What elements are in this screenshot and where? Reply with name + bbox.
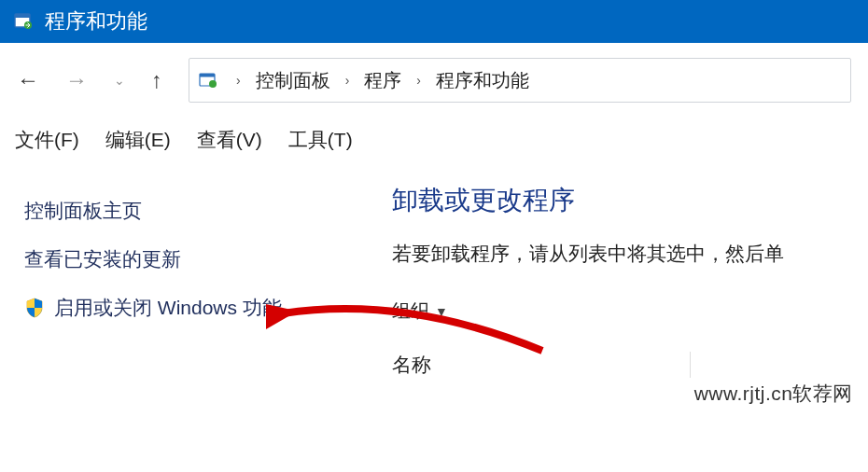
up-button[interactable]: ↑ [151,67,162,93]
svg-point-5 [209,80,217,88]
breadcrumb-item[interactable]: 程序和功能 [436,68,529,93]
svg-rect-4 [200,74,215,77]
sidebar-item-label: 控制面板主页 [24,198,142,224]
menu-tools[interactable]: 工具(T) [288,127,353,153]
nav-arrows: ← → ⌄ ↑ [17,67,162,93]
recent-dropdown[interactable]: ⌄ [114,73,125,88]
watermark: www.rjtj.cn软荐网 [694,381,853,407]
menubar: 文件(F) 编辑(E) 查看(V) 工具(T) [0,118,868,162]
breadcrumb[interactable]: › 控制面板 › 程序 › 程序和功能 [189,58,851,103]
menu-file[interactable]: 文件(F) [15,127,79,153]
sidebar-item-control-panel-home[interactable]: 控制面板主页 [24,187,368,235]
back-button[interactable]: ← [17,67,39,93]
navbar: ← → ⌄ ↑ › 控制面板 › 程序 › 程序和功能 [0,43,868,118]
window-title: 程序和功能 [45,7,147,35]
organize-dropdown[interactable]: 组织 ▼ [392,298,868,324]
page-description: 若要卸载程序，请从列表中将其选中，然后单 [392,241,868,267]
svg-rect-1 [15,14,30,18]
column-header-name[interactable]: 名称 [392,352,691,378]
menu-edit[interactable]: 编辑(E) [105,127,171,153]
chevron-right-icon: › [236,73,241,88]
sidebar-item-label: 启用或关闭 Windows 功能 [54,295,282,321]
location-icon [199,71,221,90]
sidebar-item-installed-updates[interactable]: 查看已安装的更新 [24,235,368,284]
forward-button[interactable]: → [65,67,88,93]
titlebar: 程序和功能 [0,0,868,43]
sidebar-item-label: 查看已安装的更新 [24,246,181,272]
breadcrumb-item[interactable]: 控制面板 [256,68,330,93]
chevron-down-icon: ▼ [435,304,448,319]
body-area: 控制面板主页 查看已安装的更新 启用或关闭 Windows 功能 卸载或更改程序… [0,162,868,378]
menu-view[interactable]: 查看(V) [197,127,262,153]
sidebar-item-windows-features[interactable]: 启用或关闭 Windows 功能 [24,284,368,332]
app-icon [13,11,34,32]
main-content: 卸载或更改程序 若要卸载程序，请从列表中将其选中，然后单 组织 ▼ 名称 [392,179,868,378]
sidebar: 控制面板主页 查看已安装的更新 启用或关闭 Windows 功能 [0,179,392,378]
chevron-right-icon: › [416,73,421,88]
organize-label: 组织 [392,298,429,324]
shield-icon [24,298,45,318]
breadcrumb-item[interactable]: 程序 [364,68,401,93]
chevron-right-icon: › [345,73,350,88]
page-heading: 卸载或更改程序 [392,183,868,218]
